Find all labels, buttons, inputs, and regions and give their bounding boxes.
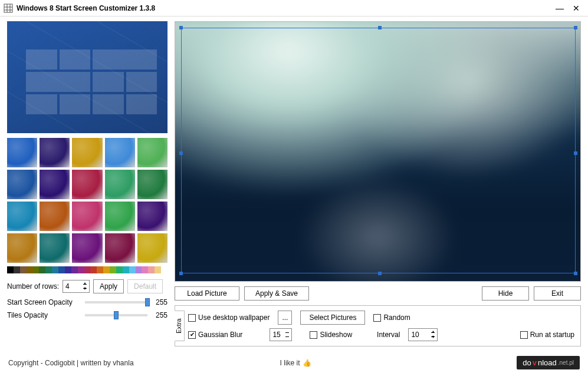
start-opacity-row: Start Screen Opacity 255 xyxy=(7,298,167,306)
theme-swatch[interactable] xyxy=(7,202,37,231)
color-swatch[interactable] xyxy=(84,266,91,273)
color-swatch[interactable] xyxy=(52,266,58,273)
load-picture-button[interactable]: Load Picture xyxy=(175,286,239,301)
start-opacity-label: Start Screen Opacity xyxy=(7,298,77,306)
selection-rect[interactable] xyxy=(181,28,576,273)
rows-input[interactable]: 4▲▼ xyxy=(63,280,90,293)
like-button[interactable]: I like it 👍 xyxy=(280,359,311,367)
color-swatch[interactable] xyxy=(65,266,71,273)
footer: Copyright - Codigobit | written by vhanl… xyxy=(8,356,580,369)
rows-row: Number of rows: 4▲▼ Apply Default xyxy=(7,279,167,293)
extra-panel: Extra Use desktop wallpaper ... Select P… xyxy=(175,305,581,346)
color-swatch[interactable] xyxy=(142,266,148,273)
theme-swatch[interactable] xyxy=(72,138,102,167)
theme-swatch[interactable] xyxy=(7,233,37,263)
thumbs-up-icon: 👍 xyxy=(303,359,311,367)
color-swatch[interactable] xyxy=(33,266,40,273)
color-swatch[interactable] xyxy=(110,266,116,273)
theme-swatch[interactable] xyxy=(7,170,37,199)
svg-rect-0 xyxy=(4,4,12,12)
theme-swatch[interactable] xyxy=(72,202,102,231)
picture-preview[interactable] xyxy=(175,21,581,282)
theme-swatch[interactable] xyxy=(40,138,70,167)
apply-rows-button[interactable]: Apply xyxy=(93,279,124,293)
interval-input[interactable]: 10▲▼ xyxy=(408,328,438,341)
color-swatch[interactable] xyxy=(58,266,65,273)
theme-swatch-grid xyxy=(7,138,167,263)
apply-save-button[interactable]: Apply & Save xyxy=(244,286,309,301)
theme-swatch[interactable] xyxy=(7,138,37,167)
theme-swatch[interactable] xyxy=(40,233,70,263)
interval-label: Interval xyxy=(377,331,400,339)
random-checkbox[interactable]: Random xyxy=(373,313,410,322)
hide-button[interactable]: Hide xyxy=(482,286,529,301)
action-row: Load Picture Apply & Save Hide Exit xyxy=(175,286,581,301)
copyright-text: Copyright - Codigobit | written by vhanl… xyxy=(8,359,134,367)
theme-swatch[interactable] xyxy=(40,202,70,231)
color-swatch[interactable] xyxy=(161,266,167,273)
theme-swatch[interactable] xyxy=(137,170,167,199)
color-swatch[interactable] xyxy=(97,266,103,273)
theme-swatch[interactable] xyxy=(137,233,167,263)
color-swatch[interactable] xyxy=(155,266,161,273)
start-opacity-value: 255 xyxy=(156,298,167,306)
start-opacity-slider[interactable] xyxy=(85,301,147,303)
tiles-opacity-row: Tiles Opacity 255 xyxy=(7,311,167,319)
default-rows-button: Default xyxy=(127,279,163,293)
gaussian-blur-checkbox[interactable]: ✔Gaussian Blur xyxy=(188,331,242,339)
theme-swatch[interactable] xyxy=(105,170,135,199)
download-badge[interactable]: dovnload.net.pl xyxy=(517,356,580,369)
color-swatch[interactable] xyxy=(20,266,27,273)
color-bar[interactable] xyxy=(7,266,167,273)
color-swatch[interactable] xyxy=(7,266,14,273)
titlebar: Windows 8 Start Screen Customizer 1.3.8 … xyxy=(0,0,588,16)
start-screen-preview xyxy=(7,21,167,133)
tiles-opacity-slider[interactable] xyxy=(85,314,147,316)
color-swatch[interactable] xyxy=(103,266,110,273)
tiles-opacity-label: Tiles Opacity xyxy=(7,311,77,319)
select-pictures-button[interactable]: Select Pictures xyxy=(300,311,365,325)
color-swatch[interactable] xyxy=(123,266,129,273)
rows-label: Number of rows: xyxy=(7,282,59,291)
window-title: Windows 8 Start Screen Customizer 1.3.8 xyxy=(17,4,551,12)
theme-swatch[interactable] xyxy=(72,233,102,263)
color-swatch[interactable] xyxy=(116,266,123,273)
theme-swatch[interactable] xyxy=(137,202,167,231)
exit-button[interactable]: Exit xyxy=(534,286,581,301)
left-panel: Number of rows: 4▲▼ Apply Default Start … xyxy=(7,21,167,346)
slideshow-checkbox[interactable]: Slideshow xyxy=(310,331,352,339)
color-swatch[interactable] xyxy=(148,266,155,273)
extra-tab-label[interactable]: Extra xyxy=(175,311,185,341)
color-swatch[interactable] xyxy=(90,266,97,273)
minimize-button[interactable]: — xyxy=(551,2,568,14)
browse-button[interactable]: ... xyxy=(278,311,292,325)
gaussian-value-input[interactable]: 15 xyxy=(270,328,292,341)
color-swatch[interactable] xyxy=(39,266,45,273)
color-swatch[interactable] xyxy=(71,266,78,273)
theme-swatch[interactable] xyxy=(105,138,135,167)
theme-swatch[interactable] xyxy=(40,170,70,199)
color-swatch[interactable] xyxy=(78,266,84,273)
theme-swatch[interactable] xyxy=(72,170,102,199)
run-at-startup-checkbox[interactable]: Run at startup xyxy=(520,331,574,339)
close-button[interactable]: ✕ xyxy=(568,2,584,14)
color-swatch[interactable] xyxy=(27,266,33,273)
color-swatch[interactable] xyxy=(129,266,136,273)
theme-swatch[interactable] xyxy=(105,202,135,231)
right-panel: Load Picture Apply & Save Hide Exit Extr… xyxy=(175,21,581,346)
main: Number of rows: 4▲▼ Apply Default Start … xyxy=(0,16,588,346)
desktop-wallpaper-checkbox[interactable]: Use desktop wallpaper xyxy=(188,313,270,322)
app-icon xyxy=(4,4,13,13)
theme-swatch[interactable] xyxy=(137,138,167,167)
color-swatch[interactable] xyxy=(136,266,142,273)
tiles-opacity-value: 255 xyxy=(156,311,167,319)
color-swatch[interactable] xyxy=(14,266,20,273)
theme-swatch[interactable] xyxy=(105,233,135,263)
color-swatch[interactable] xyxy=(45,266,52,273)
